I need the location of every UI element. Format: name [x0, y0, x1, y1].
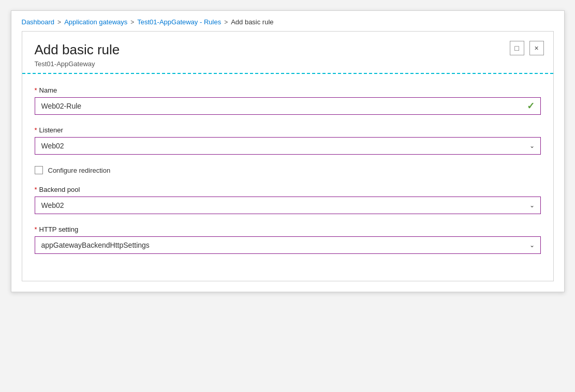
breadcrumb-sep-3: >: [224, 19, 228, 26]
panel-body: * Name ✓ * Listener Web02 ⌄: [22, 74, 553, 281]
backend-pool-label-text: Backend pool: [39, 186, 80, 193]
http-setting-select-wrapper: appGatewayBackendHttpSettings ⌄: [35, 236, 541, 254]
listener-required-star: *: [35, 126, 37, 134]
main-container: Dashboard > Application gateways > Test0…: [11, 10, 565, 292]
breadcrumb-sep-2: >: [130, 19, 134, 26]
backend-pool-select-wrapper: Web02 ⌄: [35, 197, 541, 214]
configure-redirect-label[interactable]: Configure redirection: [48, 167, 111, 174]
backend-pool-group: * Backend pool Web02 ⌄: [35, 186, 541, 214]
configure-redirect-checkbox[interactable]: [35, 166, 43, 174]
listener-select[interactable]: Web02: [35, 137, 541, 155]
configure-redirect-group: Configure redirection: [35, 166, 541, 174]
backend-pool-select[interactable]: Web02: [35, 197, 541, 214]
name-input[interactable]: [35, 97, 541, 115]
backend-pool-required-star: *: [35, 186, 37, 193]
listener-label: * Listener: [35, 126, 541, 134]
listener-select-wrapper: Web02 ⌄: [35, 137, 541, 155]
panel: Add basic rule Test01-AppGateway □ × * N…: [22, 31, 554, 281]
http-setting-label-text: HTTP setting: [39, 225, 79, 233]
name-label-text: Name: [39, 86, 57, 94]
panel-title: Add basic rule: [35, 42, 541, 58]
name-required-star: *: [35, 86, 37, 94]
backend-pool-label: * Backend pool: [35, 186, 541, 193]
name-group: * Name ✓: [35, 86, 541, 115]
http-setting-required-star: *: [35, 225, 37, 233]
http-setting-select[interactable]: appGatewayBackendHttpSettings: [35, 236, 541, 254]
breadcrumb-dashboard[interactable]: Dashboard: [22, 18, 55, 26]
close-button[interactable]: ×: [529, 41, 544, 55]
breadcrumb: Dashboard > Application gateways > Test0…: [11, 11, 564, 31]
name-input-wrapper: ✓: [35, 97, 541, 115]
breadcrumb-sep-1: >: [57, 19, 61, 26]
listener-label-text: Listener: [39, 126, 63, 134]
breadcrumb-rules[interactable]: Test01-AppGateway - Rules: [137, 18, 221, 26]
maximize-button[interactable]: □: [510, 41, 524, 55]
name-label: * Name: [35, 86, 541, 94]
listener-group: * Listener Web02 ⌄: [35, 126, 541, 155]
http-setting-group: * HTTP setting appGatewayBackendHttpSett…: [35, 225, 541, 254]
breadcrumb-current: Add basic rule: [231, 18, 273, 26]
breadcrumb-app-gateways[interactable]: Application gateways: [64, 18, 127, 26]
panel-actions: □ ×: [510, 41, 544, 55]
http-setting-label: * HTTP setting: [35, 225, 541, 233]
panel-subtitle: Test01-AppGateway: [35, 60, 541, 68]
panel-header: Add basic rule Test01-AppGateway □ ×: [22, 32, 553, 74]
